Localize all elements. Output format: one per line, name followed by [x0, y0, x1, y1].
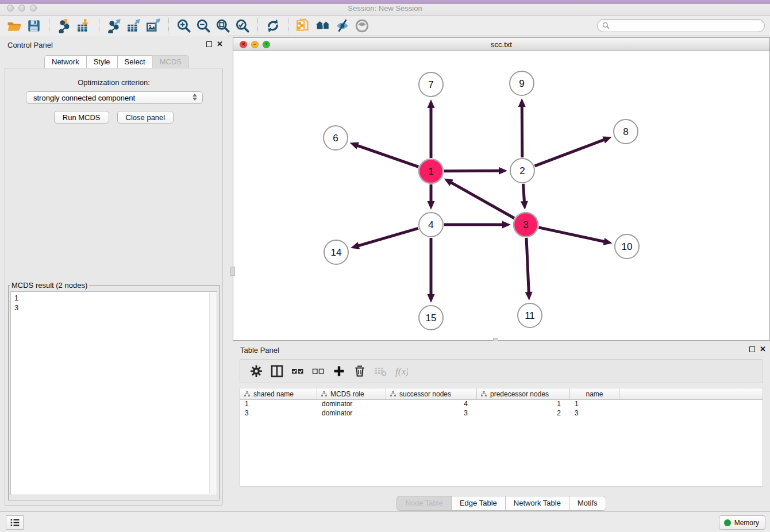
save-session-button[interactable] [24, 17, 44, 34]
svg-text:4: 4 [428, 219, 433, 230]
column-header-shared-name[interactable]: shared name [240, 388, 317, 399]
column-header-predecessor-nodes[interactable]: predecessor nodes [477, 388, 570, 399]
zoom-selected-button[interactable] [233, 17, 252, 34]
tab-node-table[interactable]: Node Table [396, 496, 451, 511]
zoom-in-button[interactable] [174, 17, 194, 34]
hide-graphics-details-button[interactable] [333, 17, 352, 34]
graph-edge-2-9[interactable] [518, 98, 526, 157]
graph-edge-1-2[interactable] [444, 167, 507, 175]
graph-edge-4-15[interactable] [428, 238, 435, 303]
table-cell-MCDS-role[interactable]: dominator [317, 400, 386, 409]
mcds-result-list[interactable]: 13 [10, 291, 217, 495]
graph-edge-3-11[interactable] [525, 238, 533, 300]
network-window-titlebar: ✕ − + scc.txt [233, 38, 769, 51]
delete-selected-button[interactable] [349, 361, 370, 381]
export-table-button[interactable] [124, 17, 144, 34]
graph-node-6[interactable]: 6 [324, 126, 348, 150]
svg-text:7: 7 [428, 79, 433, 90]
unselect-all-button[interactable] [308, 361, 329, 381]
tab-network[interactable]: Network [44, 55, 86, 69]
graph-edge-2-3[interactable] [521, 184, 528, 210]
zoom-out-button[interactable] [194, 17, 213, 34]
clone-network-icon [296, 18, 311, 33]
add-column-button[interactable] [329, 361, 349, 381]
graph-edge-2-8[interactable] [535, 136, 612, 165]
apply-layout-button[interactable] [263, 17, 283, 34]
horizontal-splitter-handle[interactable] [230, 267, 235, 276]
table-cell-name[interactable]: 3 [570, 409, 619, 418]
graph-edge-3-1[interactable] [444, 179, 514, 218]
table-panel-tabs: Node TableEdge TableNetwork TableMotifs [233, 496, 770, 511]
export-network-button[interactable] [105, 17, 124, 34]
graph-edge-4-3[interactable] [444, 221, 511, 229]
graph-node-11[interactable]: 11 [518, 303, 542, 327]
export-image-button[interactable] [144, 17, 163, 34]
graph-node-4[interactable]: 4 [419, 213, 443, 237]
control-panel-float-icon[interactable] [206, 41, 212, 47]
column-header-name[interactable]: name [570, 388, 619, 399]
tab-network-table[interactable]: Network Table [505, 496, 569, 511]
memory-label: Memory [734, 519, 759, 527]
gear-icon [249, 364, 263, 378]
graph-edge-1-7[interactable] [428, 99, 435, 158]
import-network-button[interactable] [55, 17, 74, 34]
window-title: Session: New Session [0, 4, 770, 13]
select-all-button[interactable] [287, 361, 308, 381]
tab-select[interactable]: Select [117, 55, 152, 69]
tab-motifs[interactable]: Motifs [569, 496, 606, 511]
column-header-successor-nodes[interactable]: successor nodes [386, 388, 477, 399]
table-cell-name[interactable]: 1 [570, 400, 619, 409]
memory-button[interactable]: Memory [719, 515, 765, 530]
main-titlebar: Session: New Session [0, 0, 770, 16]
network-canvas[interactable]: 7 9 6 8 1 2 4 3 14 10 15 11 [233, 51, 769, 340]
table-row[interactable]: 1dominator411 [240, 400, 763, 409]
table-options-button[interactable] [246, 361, 267, 381]
graph-node-1[interactable]: 1 [419, 159, 443, 183]
close-panel-button[interactable]: Close panel [117, 111, 174, 124]
import-table-button[interactable] [74, 17, 94, 34]
table-row[interactable]: 3dominator323 [240, 409, 763, 418]
task-history-button[interactable] [6, 515, 24, 530]
search-input[interactable] [613, 21, 760, 30]
graph-node-3[interactable]: 3 [514, 213, 538, 237]
table-panel-float-icon[interactable] [749, 346, 755, 352]
table-cell-shared-name[interactable]: 1 [240, 400, 317, 409]
node-table: shared name MCDS role successor nodes pr… [240, 388, 763, 487]
graph-node-9[interactable]: 9 [510, 71, 534, 95]
show-columns-button[interactable] [267, 361, 287, 381]
run-mcds-button[interactable]: Run MCDS [54, 111, 109, 124]
table-cell-predecessor-nodes[interactable]: 2 [477, 409, 570, 418]
show-graphics-details-button[interactable] [352, 17, 372, 34]
table-cell-predecessor-nodes[interactable]: 1 [477, 400, 570, 409]
graph-node-2[interactable]: 2 [510, 159, 534, 183]
graph-edge-1-4[interactable] [428, 184, 435, 210]
graph-edge-4-14[interactable] [351, 228, 418, 249]
graph-edge-3-10[interactable] [538, 228, 612, 245]
table-cell-successor-nodes[interactable]: 4 [386, 400, 477, 409]
graph-node-8[interactable]: 8 [614, 119, 638, 144]
table-toolbar: f(x) [240, 359, 763, 383]
mcds-result-scrollbar[interactable] [209, 292, 216, 494]
new-network-from-selection-button[interactable] [294, 17, 313, 34]
column-header-MCDS-role[interactable]: MCDS role [317, 388, 386, 399]
optimization-criterion-select[interactable]: strongly connected component [26, 91, 203, 104]
home-networks-button[interactable] [313, 17, 333, 34]
graph-node-10[interactable]: 10 [615, 234, 639, 259]
columns-icon [270, 364, 284, 378]
table-cell-MCDS-role[interactable]: dominator [317, 409, 386, 418]
mcds-result-title: MCDS result (2 nodes) [10, 281, 89, 290]
graph-edge-1-6[interactable] [350, 142, 419, 167]
zoom-fit-button[interactable] [213, 17, 233, 34]
graph-node-14[interactable]: 14 [324, 240, 348, 264]
graph-node-7[interactable]: 7 [419, 72, 443, 97]
table-cell-shared-name[interactable]: 3 [240, 409, 317, 418]
tab-mcds[interactable]: MCDS [152, 55, 189, 69]
tab-edge-table[interactable]: Edge Table [451, 496, 505, 511]
search-box[interactable] [597, 19, 765, 32]
open-file-button[interactable] [5, 17, 24, 34]
graph-node-15[interactable]: 15 [419, 306, 443, 330]
tab-style[interactable]: Style [86, 55, 117, 69]
table-panel-close-icon[interactable]: ✕ [760, 345, 766, 353]
control-panel-close-icon[interactable]: ✕ [217, 40, 223, 48]
table-cell-successor-nodes[interactable]: 3 [386, 409, 477, 418]
